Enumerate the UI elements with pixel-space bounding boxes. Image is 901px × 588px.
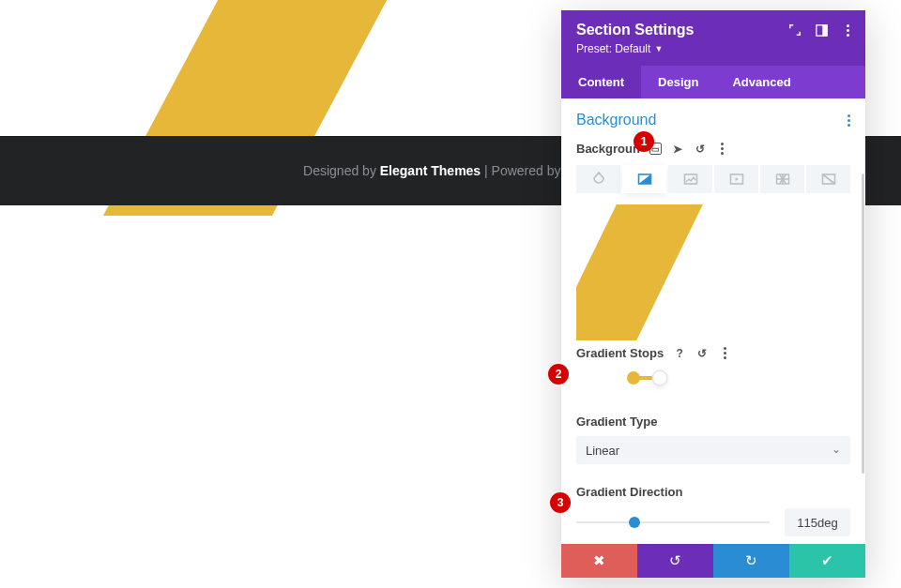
cancel-button[interactable]: ✖	[561, 544, 637, 578]
redo-button[interactable]: ↻	[713, 544, 789, 578]
gradient-stops-track[interactable]	[576, 369, 850, 386]
dock-icon[interactable]	[815, 23, 828, 37]
undo-button[interactable]: ↺	[637, 544, 713, 578]
preset-label: Preset: Default	[576, 42, 650, 55]
footer-text: Designed by Elegant Themes | Powered by …	[303, 163, 598, 178]
gradient-direction-label: Gradient Direction	[576, 485, 850, 499]
background-field-row: Backgroun ▭ ➤ ↺	[576, 142, 850, 156]
gradient-direction-row: 115deg	[576, 508, 850, 536]
gradient-direction-slider[interactable]	[576, 514, 770, 531]
tab-content[interactable]: Content	[561, 66, 641, 98]
caret-down-icon: ▼	[654, 44, 663, 53]
reset-icon[interactable]: ↺	[694, 143, 707, 156]
bg-tab-gradient[interactable]	[622, 165, 666, 193]
gradient-type-label: Gradient Type	[576, 415, 850, 429]
panel-tabs: Content Design Advanced	[561, 66, 865, 98]
bg-tab-video[interactable]	[714, 165, 758, 193]
background-heading-row: Background	[576, 112, 850, 128]
gradient-preview	[576, 204, 850, 340]
background-type-tabs	[576, 165, 850, 193]
background-heading[interactable]: Background	[576, 112, 656, 128]
field-more-icon[interactable]	[716, 143, 729, 156]
preview-stripe	[576, 204, 706, 340]
background-field-label: Backgroun	[576, 142, 640, 156]
svg-rect-1	[822, 24, 827, 35]
panel-action-bar: ✖ ↺ ↻ ✔	[561, 544, 865, 578]
annotation-1: 1	[634, 131, 654, 152]
panel-header: Section Settings Preset: Default ▼	[561, 10, 865, 66]
settings-panel: Section Settings Preset: Default ▼ Conte…	[561, 10, 865, 578]
section-more-icon[interactable]	[848, 114, 850, 127]
help-icon[interactable]: ?	[673, 347, 686, 360]
bg-tab-color[interactable]	[576, 165, 620, 193]
reset-icon[interactable]: ↺	[695, 347, 709, 360]
pointer-icon[interactable]: ➤	[671, 143, 684, 156]
preset-selector[interactable]: Preset: Default ▼	[576, 42, 663, 55]
gradient-stops-label: Gradient Stops	[576, 346, 664, 360]
gradient-stop-1[interactable]	[627, 371, 640, 384]
gradient-type-select-wrap: Linear ⌄	[576, 436, 850, 464]
bg-tab-image[interactable]	[668, 165, 712, 193]
bg-tab-mask[interactable]	[806, 165, 850, 193]
expand-icon[interactable]	[788, 23, 802, 37]
slider-thumb[interactable]	[629, 517, 640, 528]
slider-track	[576, 521, 770, 523]
stops-more-icon[interactable]	[718, 347, 731, 360]
annotation-2: 2	[548, 364, 569, 384]
confirm-button[interactable]: ✔	[789, 544, 865, 578]
gradient-stop-2[interactable]	[653, 371, 666, 384]
gradient-type-select[interactable]: Linear	[576, 436, 850, 464]
more-icon[interactable]	[841, 23, 854, 37]
gradient-stops-row: Gradient Stops ? ↺	[576, 346, 850, 360]
bg-tab-pattern[interactable]	[760, 165, 804, 193]
tab-advanced[interactable]: Advanced	[715, 66, 807, 98]
annotation-3: 3	[550, 492, 571, 513]
panel-body: Background Backgroun ▭ ➤ ↺	[561, 98, 865, 544]
gradient-direction-value[interactable]: 115deg	[785, 508, 850, 536]
tab-design[interactable]: Design	[641, 66, 715, 98]
